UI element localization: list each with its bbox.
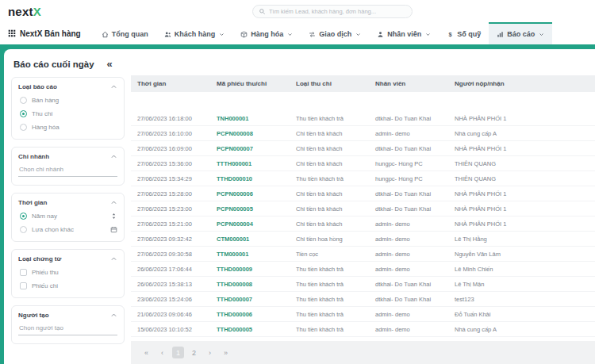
table-cell: Nhà cung cấp A <box>448 130 595 137</box>
search-input[interactable] <box>269 8 406 15</box>
page-button-1[interactable]: 1 <box>172 347 184 358</box>
table-row[interactable]: 23/06/2023 15:24:06TTHD000007Thu tiền kh… <box>131 292 595 307</box>
filter-option-thoi-gian-0[interactable]: Năm nay <box>20 213 117 220</box>
branch-select-input[interactable] <box>18 161 117 177</box>
nav-item-label: Hàng hóa <box>251 30 283 38</box>
radio-button[interactable] <box>20 110 27 117</box>
filter-option-loai-bao-cao-0[interactable]: Bán hàng <box>20 97 117 104</box>
table-cell: NHÀ PHÂN PHỐI 1 <box>448 205 595 213</box>
filter-option-loai-chung-tu-1[interactable]: Phiếu chi <box>20 282 117 289</box>
table-cell: Thu tiền khách trả <box>290 175 369 182</box>
radio-button[interactable] <box>20 124 27 131</box>
table-cell: dtkhai- Do Tuan Khai <box>369 115 448 122</box>
voucher-code-link[interactable]: PCPN000006 <box>210 190 290 197</box>
filter-card-title: Loại chứng từ <box>18 255 61 262</box>
voucher-code-link[interactable]: TTHD000005 <box>210 326 290 333</box>
filter-option-loai-bao-cao-1[interactable]: Thu chi <box>20 110 117 117</box>
nav-item-giao-dich[interactable]: Giao dịch <box>301 22 369 44</box>
voucher-code-link[interactable]: PCPN000008 <box>210 130 290 137</box>
voucher-code-link[interactable]: CTM000001 <box>210 236 290 243</box>
radio-button[interactable] <box>20 97 27 104</box>
next-page-button[interactable]: › <box>204 347 216 358</box>
filter-card-title: Loại báo cáo <box>18 83 57 90</box>
first-page-button[interactable]: « <box>140 347 152 358</box>
table-cell: THIÊN QUANG <box>448 175 595 182</box>
voucher-code-link[interactable]: TTHD000006 <box>210 311 290 318</box>
brand-logo[interactable]: nextX <box>8 5 41 18</box>
table-row[interactable]: 15/06/2023 10:10:52TTHD000005Thu tiền kh… <box>131 322 595 337</box>
sort-icon[interactable] <box>110 213 117 220</box>
table-row[interactable]: 27/06/2023 16:09:00PCPN000007Chi tiền tr… <box>131 141 595 156</box>
table-cell: dtkhai- Do Tuan Khai <box>369 281 448 288</box>
table-cell: Thu tiền khách trả <box>290 311 369 318</box>
table-row[interactable]: 26/06/2023 17:06:44TTHD000009Thu tiền kh… <box>131 262 595 277</box>
calendar-icon[interactable] <box>110 226 117 233</box>
content-area: Báo cáo cuối ngày « Loại báo cáoBán hàng… <box>0 44 595 364</box>
filter-option-loai-chung-tu-0[interactable]: Phiếu thu <box>20 269 117 276</box>
radio-button[interactable] <box>20 226 27 233</box>
table-row[interactable]: 27/06/2023 09:30:58TTM000001Tiền cọcadmi… <box>131 247 595 262</box>
voucher-code-link[interactable]: PCPN000007 <box>210 145 290 152</box>
nav-item-khach-hang[interactable]: Khách hàng <box>156 22 233 44</box>
nav-item-hang-hoa[interactable]: Hàng hóa <box>232 22 301 44</box>
caret-up-icon[interactable] <box>110 153 117 160</box>
table-row[interactable]: 27/06/2023 16:18:00TNH000001Thu tiền khá… <box>131 111 595 126</box>
checkbox[interactable] <box>20 282 27 289</box>
chart-icon <box>497 31 504 38</box>
table-cell: 26/06/2023 17:06:44 <box>131 266 210 273</box>
voucher-code-link[interactable]: PCPN000005 <box>210 205 290 213</box>
caret-up-icon[interactable] <box>110 199 117 206</box>
option-label: Phiếu chi <box>32 282 58 289</box>
nav-item-tong-quan[interactable]: Tổng quan <box>94 22 156 44</box>
voucher-code-link[interactable]: TTHD000007 <box>210 296 290 303</box>
table-row[interactable]: 27/06/2023 15:34:29TTHD000010Thu tiền kh… <box>131 171 595 186</box>
table-row[interactable]: 27/06/2023 15:36:00TTTH000001Chi tiền tr… <box>131 156 595 171</box>
table-row[interactable]: 21/06/2023 09:06:46TTHD000006Thu tiền kh… <box>131 307 595 322</box>
table-cell: admin- demo <box>369 130 448 137</box>
checkbox[interactable] <box>20 269 27 276</box>
caret-up-icon[interactable] <box>110 312 117 319</box>
table-cell: THIÊN QUANG <box>448 160 595 167</box>
caret-up-icon[interactable] <box>110 255 117 262</box>
voucher-code-link[interactable]: TTHD000009 <box>210 266 290 273</box>
filter-option-thoi-gian-1[interactable]: Lựa chọn khác <box>20 226 117 233</box>
filter-option-loai-bao-cao-2[interactable]: Hàng hóa <box>20 124 117 131</box>
creator-select-input[interactable] <box>18 320 117 335</box>
nav-item-so-quy[interactable]: $Số quỹ <box>439 22 489 44</box>
table-row[interactable]: 27/06/2023 15:21:00PCPN000004Chi tiền tr… <box>131 216 595 232</box>
table-cell: 27/06/2023 16:10:00 <box>131 130 210 137</box>
table-header-row: Thời gianMã phiếu thu/chiLoại thu chiNhâ… <box>131 75 595 92</box>
table-row[interactable]: 27/06/2023 15:28:00PCPN000006Chi tiền tr… <box>131 186 595 201</box>
voucher-code-link[interactable]: TTTH000001 <box>210 160 290 167</box>
table-row[interactable]: 27/06/2023 09:32:42CTM000001Chi tiền hoa… <box>131 232 595 247</box>
table-row[interactable]: 27/06/2023 16:10:00PCPN000008Chi tiền tr… <box>131 126 595 141</box>
table-cell: Thu tiền khách trả <box>290 266 369 273</box>
pagination: «‹12›» <box>131 341 595 364</box>
table-cell: Chi tiền trả khách <box>290 190 369 197</box>
table-cell: 21/06/2023 09:06:46 <box>131 311 210 318</box>
table-cell: Thu tiền khách trả <box>290 326 369 333</box>
voucher-code-link[interactable]: PCPN000004 <box>210 220 290 228</box>
last-page-button[interactable]: » <box>220 347 232 358</box>
app-switcher[interactable]: NextX Bán hàng <box>8 22 81 44</box>
global-search[interactable] <box>252 5 413 18</box>
nav-item-nhan-vien[interactable]: Nhân viên <box>369 22 439 44</box>
nav-item-bao-cao[interactable]: Báo cáo <box>489 22 552 44</box>
filter-card-title: Chi nhánh <box>18 153 49 160</box>
voucher-code-link[interactable]: TNH000001 <box>210 115 290 122</box>
filter-sections: Loại báo cáoBán hàngThu chiHàng hóaChi n… <box>11 77 125 344</box>
voucher-code-link[interactable]: TTHD000008 <box>210 281 290 288</box>
prev-page-button[interactable]: ‹ <box>156 347 168 358</box>
page-title: Báo cáo cuối ngày <box>13 59 94 69</box>
search-icon <box>259 8 266 15</box>
table-row[interactable]: 27/06/2023 15:23:00PCPN000005Chi tiền tr… <box>131 201 595 216</box>
radio-button[interactable] <box>20 213 27 220</box>
table-cell: Nhà cung cấp A <box>448 326 595 333</box>
collapse-sidebar-button[interactable]: « <box>107 58 113 70</box>
page-button-2[interactable]: 2 <box>188 347 200 358</box>
voucher-code-link[interactable]: TTHD000010 <box>210 175 290 182</box>
table-row[interactable]: 26/06/2023 15:38:13TTHD000008Thu tiền kh… <box>131 277 595 292</box>
filter-card-header: Loại chứng từ <box>18 255 117 262</box>
caret-up-icon[interactable] <box>110 83 117 90</box>
voucher-code-link[interactable]: TTM000001 <box>210 251 290 258</box>
